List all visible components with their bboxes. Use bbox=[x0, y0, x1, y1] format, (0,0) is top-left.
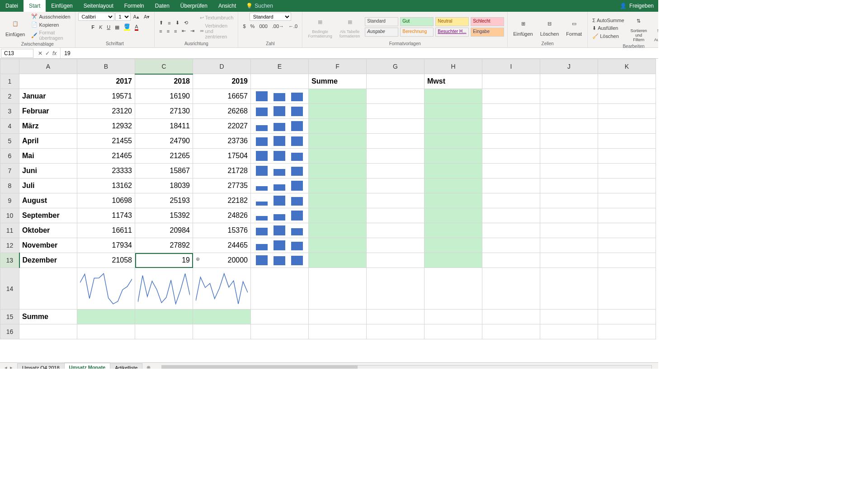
align-middle-button[interactable]: ≡ bbox=[166, 19, 172, 27]
font-name-select[interactable]: Calibri bbox=[78, 13, 114, 21]
cancel-edit-button[interactable]: ✕ bbox=[38, 50, 42, 56]
share-button[interactable]: 👤 Freigeben bbox=[615, 3, 658, 9]
sheet-nav-prev[interactable]: ▸ bbox=[10, 365, 13, 369]
font-color-button[interactable]: A bbox=[133, 23, 140, 32]
fill-button[interactable]: ⬇Ausfüllen bbox=[590, 24, 626, 32]
style-eingabe[interactable]: Eingabe bbox=[471, 28, 504, 37]
cell-E12[interactable] bbox=[251, 238, 309, 253]
new-sheet-button[interactable]: ⊕ bbox=[142, 365, 155, 369]
cell-C10[interactable]: 15392 bbox=[135, 208, 193, 223]
row-header-4[interactable]: 4 bbox=[0, 119, 19, 134]
cell-D14[interactable] bbox=[193, 268, 251, 310]
cell-C2[interactable]: 16190 bbox=[135, 89, 193, 104]
cell-A8[interactable]: Juli bbox=[19, 178, 77, 193]
row-header-6[interactable]: 6 bbox=[0, 149, 19, 164]
format-cells-button[interactable]: ▭Format bbox=[563, 15, 585, 38]
style-ausgabe[interactable]: Ausgabe bbox=[365, 28, 398, 37]
cell-D7[interactable]: 21728 bbox=[193, 164, 251, 178]
currency-button[interactable]: $ bbox=[241, 23, 247, 30]
cell-E2[interactable] bbox=[251, 89, 309, 104]
style-berechnung[interactable]: Berechnung bbox=[400, 28, 434, 37]
row-header-3[interactable]: 3 bbox=[0, 104, 19, 119]
row-header-2[interactable]: 2 bbox=[0, 89, 19, 104]
style-gut[interactable]: Gut bbox=[400, 17, 434, 26]
cell-B6[interactable]: 21465 bbox=[77, 149, 135, 164]
cell-C4[interactable]: 18411 bbox=[135, 119, 193, 134]
cell-E6[interactable] bbox=[251, 149, 309, 164]
column-header-E[interactable]: E bbox=[251, 59, 309, 74]
sheet-nav-first[interactable]: ◂ bbox=[5, 365, 7, 369]
comma-button[interactable]: 000 bbox=[257, 23, 269, 30]
cell-B2[interactable]: 19571 bbox=[77, 89, 135, 104]
tell-me-search[interactable]: 💡 Suchen bbox=[241, 3, 278, 9]
cell-G4[interactable] bbox=[367, 119, 425, 134]
cell-G8[interactable] bbox=[367, 178, 425, 193]
cell-H7[interactable] bbox=[425, 164, 482, 178]
tab-datei[interactable]: Datei bbox=[0, 0, 24, 12]
column-header-C[interactable]: C bbox=[135, 59, 193, 74]
row-header-9[interactable]: 9 bbox=[0, 193, 19, 208]
cell-B8[interactable]: 13162 bbox=[77, 178, 135, 193]
cell-H13[interactable] bbox=[425, 253, 482, 268]
cell-H8[interactable] bbox=[425, 178, 482, 193]
column-header-D[interactable]: D bbox=[193, 59, 251, 74]
increase-font-button[interactable]: A▴ bbox=[132, 13, 141, 21]
cell-E13[interactable] bbox=[251, 253, 309, 268]
cell-D9[interactable]: 22182 bbox=[193, 193, 251, 208]
cell-D11[interactable]: 15376 bbox=[193, 223, 251, 238]
cell-D5[interactable]: 23736 bbox=[193, 134, 251, 149]
cell-F10[interactable] bbox=[309, 208, 367, 223]
cell-C6[interactable]: 21265 bbox=[135, 149, 193, 164]
cell-E9[interactable] bbox=[251, 193, 309, 208]
cell-D2[interactable]: 16657 bbox=[193, 89, 251, 104]
orientation-button[interactable]: ⟲ bbox=[182, 19, 190, 27]
name-box[interactable]: C13 bbox=[1, 49, 33, 58]
cell-F4[interactable] bbox=[309, 119, 367, 134]
cell-E4[interactable] bbox=[251, 119, 309, 134]
cell-F3[interactable] bbox=[309, 104, 367, 119]
insert-cells-button[interactable]: ⊞Einfügen bbox=[510, 15, 535, 38]
cell-C13[interactable]: 19 bbox=[135, 253, 193, 268]
row-header-14[interactable]: 14 bbox=[0, 268, 19, 310]
cell-G11[interactable] bbox=[367, 223, 425, 238]
row-header-15[interactable]: 15 bbox=[0, 310, 19, 324]
cell-B4[interactable]: 12932 bbox=[77, 119, 135, 134]
fill-color-button[interactable]: 🪣 bbox=[122, 23, 132, 32]
row-header-10[interactable]: 10 bbox=[0, 208, 19, 223]
cell-A11[interactable]: Oktober bbox=[19, 223, 77, 238]
copy-button[interactable]: 📄Kopieren bbox=[29, 21, 72, 28]
cell-G3[interactable] bbox=[367, 104, 425, 119]
find-select-button[interactable]: 🔍Suchen und Auswählen bbox=[651, 13, 658, 44]
cell-G6[interactable] bbox=[367, 149, 425, 164]
cell-E11[interactable] bbox=[251, 223, 309, 238]
row-header-8[interactable]: 8 bbox=[0, 178, 19, 193]
cell-A5[interactable]: April bbox=[19, 134, 77, 149]
tab-formeln[interactable]: Formeln bbox=[119, 0, 150, 12]
cell-C7[interactable]: 15867 bbox=[135, 164, 193, 178]
percent-button[interactable]: % bbox=[249, 23, 257, 30]
row-header-7[interactable]: 7 bbox=[0, 164, 19, 178]
indent-increase-button[interactable]: ⇥ bbox=[189, 27, 196, 35]
row-header-12[interactable]: 12 bbox=[0, 238, 19, 253]
cell-E10[interactable] bbox=[251, 208, 309, 223]
align-left-button[interactable]: ≡ bbox=[157, 28, 164, 35]
style-schlecht[interactable]: Schlecht bbox=[471, 17, 504, 26]
spreadsheet-grid[interactable]: ABCDEFGHIJK1201720182019SummeMwst2Januar… bbox=[0, 59, 658, 362]
sheet-tab-1[interactable]: Umsatz Monate bbox=[64, 363, 111, 369]
tab-ansicht[interactable]: Ansicht bbox=[213, 0, 241, 12]
cell-D3[interactable]: 26268 bbox=[193, 104, 251, 119]
align-bottom-button[interactable]: ⬇ bbox=[174, 19, 181, 27]
cell-E8[interactable] bbox=[251, 178, 309, 193]
cell-F8[interactable] bbox=[309, 178, 367, 193]
cell-F12[interactable] bbox=[309, 238, 367, 253]
tab-seitenlayout[interactable]: Seitenlayout bbox=[78, 0, 119, 12]
cell-B13[interactable]: 21058 bbox=[77, 253, 135, 268]
cell-G10[interactable] bbox=[367, 208, 425, 223]
clear-button[interactable]: 🧹Löschen bbox=[590, 33, 626, 40]
indent-decrease-button[interactable]: ⇤ bbox=[180, 27, 188, 35]
cell-G12[interactable] bbox=[367, 238, 425, 253]
row-header-11[interactable]: 11 bbox=[0, 223, 19, 238]
cell-A6[interactable]: Mai bbox=[19, 149, 77, 164]
align-center-button[interactable]: ≡ bbox=[165, 28, 171, 35]
fx-button[interactable]: fx bbox=[52, 50, 57, 56]
